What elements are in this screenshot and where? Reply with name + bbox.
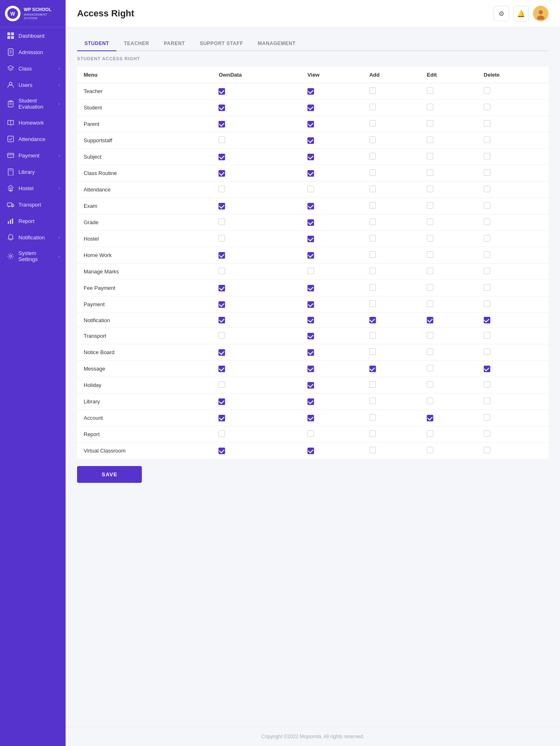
sidebar-item-attendance[interactable]: Attendance [0,131,66,147]
checkbox-edit-1[interactable] [427,104,433,110]
user-avatar[interactable] [533,6,549,21]
checkbox-view-15[interactable] [307,333,314,339]
checkbox-view-9[interactable] [307,236,314,242]
checkbox-view-5[interactable] [307,170,314,177]
checkbox-view-17[interactable] [307,366,314,372]
checkbox-add-10[interactable] [369,251,376,258]
checkbox-delete-1[interactable] [484,104,490,110]
sidebar-item-homework[interactable]: Homework [0,114,66,131]
checkbox-edit-9[interactable] [427,235,433,241]
checkbox-delete-22[interactable] [484,447,490,453]
sidebar-item-users[interactable]: Users › [0,77,66,93]
checkbox-own-1[interactable] [219,105,225,111]
checkbox-own-19[interactable] [219,398,225,405]
checkbox-own-17[interactable] [219,366,225,372]
checkbox-own-8[interactable] [219,218,225,225]
checkbox-view-22[interactable] [307,448,314,454]
checkbox-delete-20[interactable] [484,414,490,421]
checkbox-delete-3[interactable] [484,136,490,143]
checkbox-delete-21[interactable] [484,430,490,437]
checkbox-view-0[interactable] [307,88,314,95]
checkbox-view-2[interactable] [307,121,314,127]
checkbox-delete-19[interactable] [484,398,490,404]
checkbox-delete-13[interactable] [484,300,490,307]
tab-teacher[interactable]: TEACHER [116,36,157,51]
checkbox-edit-17[interactable] [427,365,433,371]
sidebar-item-library[interactable]: Library [0,164,66,180]
checkbox-add-12[interactable] [369,284,376,291]
checkbox-own-4[interactable] [219,154,225,160]
sidebar-item-student-evaluation[interactable]: Student Evaluation › [0,93,66,114]
checkbox-own-2[interactable] [219,121,225,127]
checkbox-edit-0[interactable] [427,87,433,94]
checkbox-view-20[interactable] [307,415,314,421]
checkbox-view-6[interactable] [307,186,314,192]
tab-parent[interactable]: PARENT [157,36,192,51]
checkbox-delete-16[interactable] [484,348,490,355]
checkbox-own-5[interactable] [219,170,225,177]
checkbox-view-8[interactable] [307,219,314,226]
checkbox-own-22[interactable] [219,448,225,454]
checkbox-view-10[interactable] [307,252,314,259]
checkbox-view-19[interactable] [307,398,314,405]
checkbox-add-3[interactable] [369,136,376,143]
checkbox-view-21[interactable] [307,430,314,437]
checkbox-add-9[interactable] [369,235,376,241]
sidebar-item-admission[interactable]: Admission [0,44,66,60]
checkbox-delete-0[interactable] [484,87,490,94]
checkbox-own-15[interactable] [219,332,225,339]
checkbox-own-14[interactable] [219,317,225,323]
checkbox-own-12[interactable] [219,285,225,291]
notifications-button[interactable]: 🔔 [513,6,529,21]
checkbox-delete-5[interactable] [484,169,490,176]
checkbox-own-0[interactable] [219,88,225,95]
checkbox-add-13[interactable] [369,300,376,307]
checkbox-edit-11[interactable] [427,268,433,274]
checkbox-edit-16[interactable] [427,348,433,355]
checkbox-delete-11[interactable] [484,268,490,274]
checkbox-edit-8[interactable] [427,218,433,225]
checkbox-edit-2[interactable] [427,120,433,127]
checkbox-add-1[interactable] [369,104,376,110]
checkbox-own-9[interactable] [219,235,225,241]
checkbox-edit-15[interactable] [427,332,433,339]
checkbox-delete-10[interactable] [484,251,490,258]
checkbox-view-12[interactable] [307,285,314,291]
checkbox-delete-17[interactable] [484,366,490,372]
checkbox-delete-15[interactable] [484,332,490,339]
checkbox-edit-18[interactable] [427,381,433,388]
checkbox-view-4[interactable] [307,154,314,160]
checkbox-delete-18[interactable] [484,381,490,388]
checkbox-add-6[interactable] [369,186,376,192]
sidebar-item-class[interactable]: Class › [0,60,66,77]
checkbox-own-7[interactable] [219,203,225,209]
sidebar-item-transport[interactable]: Transport [0,196,66,213]
sidebar-item-system-settings[interactable]: System Settings › [0,246,66,267]
tab-management[interactable]: MANAGEMENT [250,36,303,51]
checkbox-own-20[interactable] [219,415,225,421]
checkbox-edit-21[interactable] [427,430,433,437]
checkbox-add-8[interactable] [369,218,376,225]
checkbox-own-13[interactable] [219,301,225,308]
checkbox-edit-14[interactable] [427,317,433,323]
sidebar-item-payment[interactable]: Payment › [0,147,66,164]
sidebar-item-report[interactable]: Report [0,213,66,229]
checkbox-own-16[interactable] [219,349,225,356]
checkbox-edit-20[interactable] [427,415,433,421]
tab-support-staff[interactable]: SUPPORT STAFF [192,36,250,51]
checkbox-add-5[interactable] [369,169,376,176]
checkbox-edit-19[interactable] [427,398,433,404]
checkbox-edit-10[interactable] [427,251,433,258]
checkbox-delete-7[interactable] [484,202,490,209]
checkbox-delete-2[interactable] [484,120,490,127]
checkbox-edit-6[interactable] [427,186,433,192]
checkbox-edit-3[interactable] [427,136,433,143]
checkbox-view-7[interactable] [307,203,314,209]
checkbox-add-21[interactable] [369,430,376,437]
checkbox-delete-12[interactable] [484,284,490,291]
checkbox-edit-5[interactable] [427,169,433,176]
checkbox-add-16[interactable] [369,348,376,355]
checkbox-add-14[interactable] [369,317,376,323]
checkbox-edit-4[interactable] [427,153,433,159]
sidebar-item-dashboard[interactable]: Dashboard [0,27,66,44]
